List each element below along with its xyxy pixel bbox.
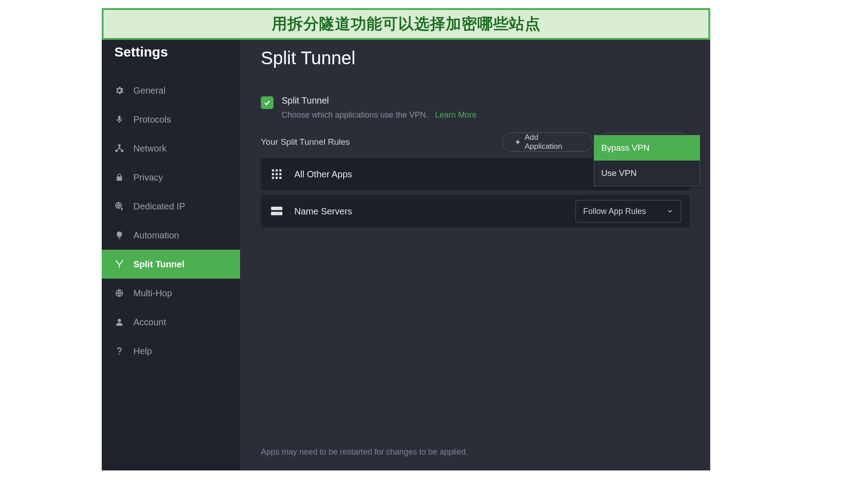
svg-rect-13: [276, 173, 278, 176]
plus-icon: +: [515, 138, 520, 147]
svg-point-4: [121, 208, 123, 209]
globe-pin-icon: [114, 201, 124, 211]
app-window: Settings General Protocols Network: [102, 20, 710, 470]
sidebar-item-label: Help: [133, 346, 152, 356]
page-title: Split Tunnel: [261, 48, 689, 68]
microphone-icon: [114, 114, 124, 124]
toggle-desc-text: Choose which applications use the VPN.: [282, 110, 428, 119]
svg-point-6: [122, 260, 123, 261]
split-tunnel-toggle-row: Split Tunnel Choose which applications u…: [261, 95, 689, 120]
sidebar-item-general[interactable]: General: [102, 76, 240, 105]
svg-point-5: [116, 260, 117, 261]
sidebar-item-label: Protocols: [133, 114, 171, 125]
chevron-down-icon: [666, 208, 674, 215]
rule-label: All Other Apps: [294, 169, 566, 180]
rule-row-name-servers: Name Servers Follow App Rules: [261, 195, 689, 228]
sidebar-item-help[interactable]: Help: [102, 337, 240, 365]
apps-grid-icon: [269, 166, 284, 182]
dropdown-option-label: Use VPN: [601, 168, 637, 178]
sidebar-item-label: Split Tunnel: [133, 259, 184, 270]
all-other-apps-dropdown[interactable]: Bypass VPN Use VPN: [594, 135, 700, 186]
svg-rect-9: [272, 170, 274, 172]
svg-rect-17: [279, 177, 282, 179]
svg-rect-12: [272, 173, 274, 176]
main-panel: Split Tunnel Split Tunnel Choose which a…: [240, 20, 710, 470]
footer-note: Apps may need to be restarted for change…: [261, 447, 468, 457]
sidebar-item-label: Account: [133, 317, 166, 327]
svg-rect-22: [276, 208, 281, 209]
sidebar-item-label: Network: [133, 143, 166, 154]
svg-point-21: [273, 213, 274, 214]
sidebar-item-split-tunnel[interactable]: Split Tunnel: [102, 250, 240, 279]
sidebar-item-account[interactable]: Account: [102, 308, 240, 337]
dropdown-option-bypass-vpn[interactable]: Bypass VPN: [594, 135, 700, 161]
rules-title: Your Split Tunnel Rules: [261, 137, 350, 147]
add-application-button[interactable]: + Add Application: [502, 133, 593, 152]
annotation-banner-text: 用拆分隧道功能可以选择加密哪些站点: [272, 14, 541, 34]
annotation-banner: 用拆分隧道功能可以选择加密哪些站点: [102, 8, 710, 40]
svg-rect-11: [279, 170, 282, 172]
svg-rect-16: [276, 177, 278, 179]
name-servers-select[interactable]: Follow App Rules: [576, 200, 681, 223]
multi-hop-icon: [114, 288, 124, 298]
question-icon: [114, 346, 124, 356]
svg-rect-23: [276, 213, 281, 214]
sidebar-item-label: Privacy: [133, 172, 163, 183]
check-icon: [263, 99, 271, 107]
lock-icon: [114, 172, 124, 182]
sidebar-item-network[interactable]: Network: [102, 134, 240, 163]
sidebar-item-label: Dedicated IP: [133, 201, 185, 212]
sidebar-item-protocols[interactable]: Protocols: [102, 105, 240, 134]
svg-rect-15: [272, 177, 274, 179]
split-tunnel-toggle-desc: Choose which applications use the VPN. L…: [282, 110, 476, 120]
split-tunnel-toggle-label: Split Tunnel: [282, 95, 476, 106]
svg-point-8: [118, 319, 121, 322]
split-tunnel-checkbox[interactable]: [261, 96, 274, 109]
sidebar-item-automation[interactable]: Automation: [102, 221, 240, 250]
learn-more-link[interactable]: Learn More: [435, 110, 476, 119]
split-tunnel-icon: [114, 259, 124, 269]
gear-icon: [114, 85, 124, 95]
add-application-label: Add Application: [525, 133, 565, 151]
sidebar-item-label: General: [133, 85, 165, 96]
network-icon: [114, 143, 124, 153]
lightbulb-icon: [114, 230, 124, 240]
dropdown-option-label: Bypass VPN: [601, 143, 650, 153]
sidebar: Settings General Protocols Network: [102, 20, 240, 470]
person-icon: [114, 317, 124, 327]
sidebar-item-label: Automation: [133, 230, 179, 241]
svg-rect-14: [279, 173, 282, 176]
sidebar-item-privacy[interactable]: Privacy: [102, 163, 240, 192]
sidebar-item-multi-hop[interactable]: Multi-Hop: [102, 279, 240, 308]
svg-rect-10: [276, 170, 278, 172]
sidebar-item-dedicated-ip[interactable]: Dedicated IP: [102, 192, 240, 221]
rule-label: Name Servers: [294, 206, 566, 217]
sidebar-item-label: Multi-Hop: [133, 288, 172, 299]
sidebar-title: Settings: [102, 44, 240, 76]
server-icon: [269, 204, 284, 219]
select-value: Follow App Rules: [583, 207, 646, 216]
dropdown-option-use-vpn[interactable]: Use VPN: [594, 161, 700, 186]
svg-point-20: [273, 208, 274, 209]
